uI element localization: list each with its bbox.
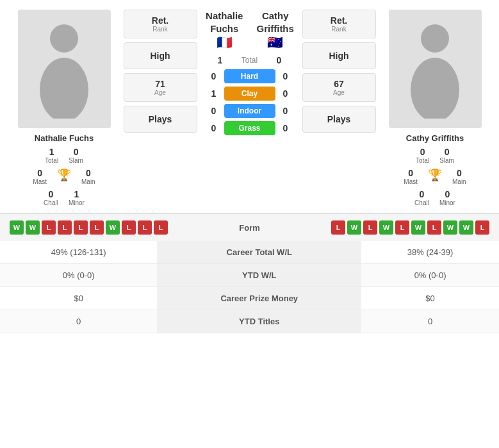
- player1-heading-block: Nathalie Fuchs 🇫🇷: [199, 10, 250, 50]
- p2-titles: 0: [361, 310, 499, 333]
- player1-form-badges: WWLLLLWLLL: [10, 220, 168, 235]
- grass-badge: Grass: [224, 121, 275, 135]
- player2-card: Cathy Griffiths 0 Total 0 Slam 0 Mast 🏆 …: [377, 10, 493, 206]
- player1-flag: 🇫🇷: [217, 35, 233, 50]
- titles-label: YTD Titles: [157, 310, 361, 333]
- svg-point-1: [40, 58, 88, 119]
- form-badge: L: [58, 220, 72, 235]
- form-badge: W: [411, 220, 425, 235]
- player2-center-stats: Ret. Rank High 67 Age Plays: [300, 10, 377, 137]
- player1-trophy-icon: 🏆: [57, 168, 71, 185]
- player2-slam: 0 Slam: [439, 147, 454, 164]
- form-badge: L: [90, 220, 104, 235]
- p1-prize: $0: [0, 287, 157, 310]
- clay-row: 1 Clay 0: [199, 87, 300, 101]
- player2-stats-total: 0 Total 0 Slam: [416, 147, 454, 164]
- player-section: Nathalie Fuchs 1 Total 0 Slam 0 Mast 🏆 0…: [0, 0, 499, 213]
- player1-rank-block: Ret. Rank: [124, 10, 197, 38]
- career-total-row: 49% (126-131) Career Total W/L 38% (24-3…: [0, 241, 499, 264]
- form-badge: L: [475, 220, 489, 235]
- player1-total: 1 Total: [45, 147, 58, 164]
- form-badge: W: [347, 220, 361, 235]
- form-badge: W: [106, 220, 120, 235]
- player1-slam: 0 Slam: [69, 147, 83, 164]
- form-badge: L: [42, 220, 56, 235]
- p1-career-total: 49% (126-131): [0, 241, 157, 264]
- hard-row: 0 Hard 0: [199, 69, 300, 83]
- form-section: WWLLLLWLLL Form LWLWLWLWWL: [0, 213, 499, 241]
- prize-label: Career Prize Money: [157, 287, 361, 310]
- hard-badge: Hard: [224, 69, 275, 83]
- total-row: 1 Total 0: [199, 55, 300, 65]
- titles-row: 0 YTD Titles 0: [0, 310, 499, 333]
- grass-row: 0 Grass 0: [199, 121, 300, 135]
- player2-form-badges: LWLWLWLWWL: [331, 220, 489, 235]
- p2-prize: $0: [361, 287, 499, 310]
- player2-chall: 0 Chall: [414, 189, 429, 206]
- form-badge: W: [10, 220, 24, 235]
- form-badge: W: [443, 220, 457, 235]
- svg-point-2: [421, 24, 449, 53]
- player1-main: 0 Main: [81, 168, 95, 185]
- player1-name: Nathalie Fuchs: [35, 133, 94, 143]
- form-badge: L: [122, 220, 136, 235]
- ytd-label: YTD W/L: [157, 264, 361, 287]
- player1-center-stats: Ret. Rank High 71 Age Plays: [122, 10, 199, 137]
- player1-stats-mast: 0 Mast 🏆 0 Main: [33, 168, 95, 185]
- player2-name: Cathy Griffiths: [406, 133, 464, 143]
- form-badge: L: [331, 220, 345, 235]
- player1-avatar: [18, 10, 111, 128]
- player1-silhouette: [18, 10, 111, 128]
- player2-stats-chall: 0 Chall 0 Minor: [414, 189, 455, 206]
- p1-titles: 0: [0, 310, 157, 333]
- player2-high-block: High: [302, 42, 376, 69]
- player1-plays-block: Plays: [124, 106, 197, 133]
- form-badge: W: [379, 220, 393, 235]
- form-badge: W: [26, 220, 40, 235]
- player1-high-block: High: [124, 42, 197, 69]
- player2-trophy-icon: 🏆: [428, 168, 442, 185]
- player2-age-block: 67 Age: [302, 73, 376, 102]
- player2-total: 0 Total: [416, 147, 429, 164]
- player1-stats-total: 1 Total 0 Slam: [45, 147, 83, 164]
- stats-table: 49% (126-131) Career Total W/L 38% (24-3…: [0, 241, 499, 333]
- form-badge: L: [363, 220, 377, 235]
- career-total-label: Career Total W/L: [157, 241, 361, 264]
- form-badge: L: [154, 220, 168, 235]
- indoor-row: 0 Indoor 0: [199, 104, 300, 118]
- player2-main: 0 Main: [452, 168, 466, 185]
- clay-badge: Clay: [224, 87, 275, 101]
- form-badge: W: [459, 220, 473, 235]
- player1-card: Nathalie Fuchs 1 Total 0 Slam 0 Mast 🏆 0…: [6, 10, 122, 206]
- player1-age-block: 71 Age: [124, 73, 197, 102]
- form-badge: L: [74, 220, 88, 235]
- player1-stats-chall: 0 Chall 1 Minor: [44, 189, 85, 206]
- ytd-row: 0% (0-0) YTD W/L 0% (0-0): [0, 264, 499, 287]
- svg-point-3: [411, 58, 459, 119]
- svg-point-0: [50, 24, 78, 53]
- player1-chall: 0 Chall: [44, 189, 58, 206]
- form-badge: L: [395, 220, 409, 235]
- indoor-badge: Indoor: [224, 104, 275, 118]
- player2-stats-mast: 0 Mast 🏆 0 Main: [404, 168, 466, 185]
- p1-ytd: 0% (0-0): [0, 264, 157, 287]
- middle-section: Nathalie Fuchs 🇫🇷 Cathy Griffiths 🇦🇺 1 T…: [199, 10, 300, 138]
- player2-mast: 0 Mast: [404, 168, 418, 185]
- p2-career-total: 38% (24-39): [361, 241, 499, 264]
- form-badge: L: [427, 220, 441, 235]
- player1-minor: 1 Minor: [69, 189, 85, 206]
- prize-row: $0 Career Prize Money $0: [0, 287, 499, 310]
- player2-silhouette: [389, 10, 482, 128]
- player2-minor: 0 Minor: [439, 189, 455, 206]
- player1-mast: 0 Mast: [33, 168, 47, 185]
- form-badge: L: [138, 220, 152, 235]
- player2-heading-block: Cathy Griffiths 🇦🇺: [250, 10, 300, 50]
- player2-rank-block: Ret. Rank: [302, 10, 376, 38]
- player2-flag: 🇦🇺: [267, 35, 283, 50]
- player2-avatar: [389, 10, 482, 128]
- p2-ytd: 0% (0-0): [361, 264, 499, 287]
- form-label: Form: [224, 223, 275, 233]
- player2-plays-block: Plays: [302, 106, 376, 133]
